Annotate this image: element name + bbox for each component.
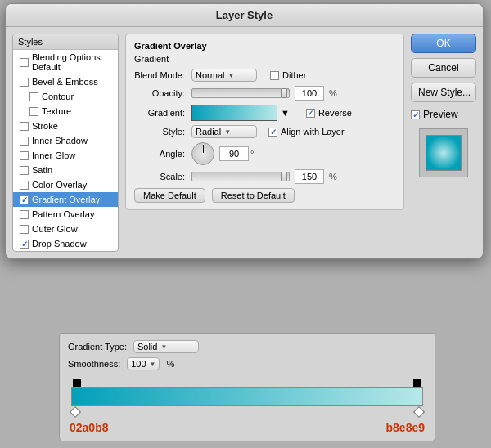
sidebar-item-contour[interactable]: Contour bbox=[13, 89, 118, 104]
opacity-slider-track[interactable] bbox=[191, 88, 290, 98]
preview-label: Preview bbox=[423, 109, 458, 120]
dial-indicator bbox=[203, 145, 204, 153]
blend-mode-row: Blend Mode: Normal ▼ Dither bbox=[134, 69, 395, 82]
scale-input[interactable] bbox=[295, 169, 324, 184]
satin-checkbox[interactable] bbox=[20, 166, 29, 175]
sidebar-item-outer-glow[interactable]: Outer Glow bbox=[13, 222, 118, 236]
make-default-button[interactable]: Make Default bbox=[134, 188, 205, 203]
sidebar-item-blending[interactable]: Blending Options: Default bbox=[13, 50, 118, 74]
texture-checkbox[interactable] bbox=[29, 107, 38, 116]
ok-button[interactable]: OK bbox=[411, 34, 476, 53]
gradient-label: Gradient: bbox=[134, 108, 191, 118]
sidebar-item-texture[interactable]: Texture bbox=[13, 104, 118, 119]
opacity-slider-container: % bbox=[191, 86, 337, 101]
scale-slider-container: % bbox=[191, 169, 337, 184]
scale-slider-track[interactable] bbox=[191, 172, 290, 181]
align-label: Align with Layer bbox=[281, 127, 345, 137]
sidebar-item-drop-shadow[interactable]: Drop Shadow bbox=[13, 236, 118, 251]
opacity-unit: % bbox=[329, 88, 337, 98]
gradient-bar-area bbox=[68, 377, 426, 418]
opacity-slider-thumb[interactable] bbox=[281, 88, 287, 98]
blend-mode-label: Blend Mode: bbox=[134, 70, 191, 80]
inner-glow-checkbox[interactable] bbox=[20, 151, 29, 160]
scale-unit: % bbox=[329, 172, 337, 181]
gradient-editor-panel: Gradient Type: Solid ▼ Smoothness: 100 ▼… bbox=[59, 333, 435, 441]
dither-checkbox[interactable] bbox=[270, 71, 279, 80]
gradient-type-label: Gradient Type: bbox=[68, 342, 127, 352]
gradient-dropdown-arrow[interactable]: ▼ bbox=[277, 108, 293, 118]
smoothness-dropdown[interactable]: 100 ▼ bbox=[127, 357, 160, 370]
contour-checkbox[interactable] bbox=[29, 92, 38, 101]
style-label: Style: bbox=[134, 127, 191, 137]
outer-glow-checkbox[interactable] bbox=[20, 225, 29, 234]
sidebar-item-bevel[interactable]: Bevel & Emboss bbox=[13, 74, 118, 89]
scale-row: Scale: % bbox=[134, 169, 395, 184]
layer-style-dialog: Layer Style Styles Blending Options: Def… bbox=[5, 3, 484, 259]
opacity-input[interactable] bbox=[295, 86, 324, 101]
smoothness-label: Smoothness: bbox=[68, 359, 120, 369]
blending-checkbox[interactable] bbox=[20, 58, 29, 67]
sidebar-item-color-overlay[interactable]: Color Overlay bbox=[13, 177, 118, 192]
gradient-type-row: Gradient Type: Solid ▼ bbox=[68, 340, 426, 353]
new-style-button[interactable]: New Style... bbox=[411, 83, 476, 102]
angle-row: Angle: ° bbox=[134, 142, 395, 165]
gradient-bar[interactable] bbox=[71, 387, 423, 406]
preview-box bbox=[419, 128, 468, 177]
make-reset-row: Make Default Reset to Default bbox=[134, 188, 395, 203]
angle-unit: ° bbox=[250, 149, 254, 159]
sidebar-item-stroke[interactable]: Stroke bbox=[13, 119, 118, 133]
align-checkbox[interactable] bbox=[268, 128, 277, 137]
preview-inner bbox=[426, 135, 462, 171]
smoothness-arrow: ▼ bbox=[150, 361, 156, 368]
blend-mode-arrow: ▼ bbox=[227, 72, 234, 79]
stroke-checkbox[interactable] bbox=[20, 122, 29, 131]
sidebar-item-gradient-overlay[interactable]: Gradient Overlay bbox=[13, 192, 118, 207]
opacity-stop-right[interactable] bbox=[413, 406, 425, 418]
bevel-checkbox[interactable] bbox=[20, 78, 29, 87]
main-content: Gradient Overlay Gradient Blend Mode: No… bbox=[125, 34, 404, 252]
dialog-title: Layer Style bbox=[6, 4, 483, 27]
color-label-left: 02a0b8 bbox=[70, 421, 108, 434]
scale-slider-thumb[interactable] bbox=[281, 172, 287, 181]
gradient-preview[interactable] bbox=[191, 105, 277, 121]
panel-subtitle: Gradient bbox=[134, 54, 395, 64]
gradient-type-dropdown[interactable]: Solid ▼ bbox=[133, 340, 199, 353]
smoothness-row: Smoothness: 100 ▼ % bbox=[68, 357, 426, 370]
pattern-overlay-checkbox[interactable] bbox=[20, 210, 29, 219]
style-dropdown[interactable]: Radial ▼ bbox=[191, 125, 257, 138]
drop-shadow-checkbox[interactable] bbox=[20, 240, 29, 249]
opacity-row: Opacity: % bbox=[134, 86, 395, 101]
sidebar-item-inner-glow[interactable]: Inner Glow bbox=[13, 148, 118, 163]
reverse-checkbox[interactable] bbox=[306, 109, 315, 118]
right-buttons: OK Cancel New Style... Preview bbox=[411, 34, 476, 252]
gradient-overlay-checkbox[interactable] bbox=[20, 195, 29, 204]
preview-checkbox[interactable] bbox=[411, 110, 420, 119]
reset-default-button[interactable]: Reset to Default bbox=[212, 188, 295, 203]
color-overlay-checkbox[interactable] bbox=[20, 181, 29, 190]
color-stop-left-top[interactable] bbox=[73, 379, 81, 387]
angle-label: Angle: bbox=[134, 149, 191, 159]
blend-mode-dropdown[interactable]: Normal ▼ bbox=[191, 69, 257, 82]
color-labels-row: 02a0b8 b8e8e9 bbox=[68, 421, 426, 434]
panel-title: Gradient Overlay bbox=[134, 41, 395, 51]
smoothness-unit: % bbox=[166, 359, 174, 369]
reverse-label: Reverse bbox=[318, 108, 352, 118]
type-dropdown-arrow: ▼ bbox=[160, 343, 167, 351]
gradient-overlay-panel: Gradient Overlay Gradient Blend Mode: No… bbox=[125, 34, 404, 210]
angle-dial[interactable] bbox=[191, 142, 214, 165]
dither-label: Dither bbox=[282, 70, 306, 80]
color-stop-right-top[interactable] bbox=[413, 379, 421, 387]
opacity-stop-left[interactable] bbox=[70, 406, 81, 418]
sidebar-item-pattern-overlay[interactable]: Pattern Overlay bbox=[13, 207, 118, 222]
color-label-right: b8e8e9 bbox=[386, 421, 425, 434]
opacity-label: Opacity: bbox=[134, 88, 191, 98]
style-arrow: ▼ bbox=[224, 128, 231, 136]
sidebar-header: Styles bbox=[13, 34, 118, 50]
styles-sidebar: Styles Blending Options: Default Bevel &… bbox=[12, 34, 119, 252]
angle-input[interactable] bbox=[219, 146, 249, 161]
scale-label: Scale: bbox=[134, 172, 191, 181]
sidebar-item-inner-shadow[interactable]: Inner Shadow bbox=[13, 133, 118, 148]
inner-shadow-checkbox[interactable] bbox=[20, 137, 29, 146]
sidebar-item-satin[interactable]: Satin bbox=[13, 163, 118, 177]
cancel-button[interactable]: Cancel bbox=[411, 58, 476, 78]
